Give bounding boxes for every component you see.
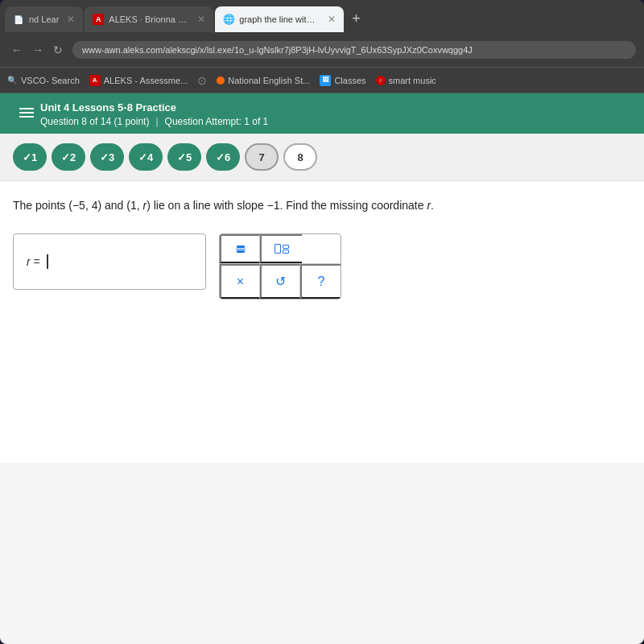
answer-input-area: r = — [27, 254, 48, 269]
q-pill-8-label: 8 — [297, 151, 303, 163]
new-tab-button[interactable]: + — [345, 7, 367, 31]
address-bar: ← → ↻ — [0, 32, 644, 68]
question-nav: ✓1 ✓2 ✓3 ✓4 ✓5 ✓6 7 8 — [0, 134, 644, 181]
question-number: Question 8 of 14 (1 point) — [40, 116, 149, 127]
keyboard-row-1 — [220, 234, 341, 264]
q-pill-7[interactable]: 7 — [245, 143, 279, 171]
question-area: The points (−5, 4) and (1, r) lie on a l… — [0, 181, 644, 463]
q-pill-3[interactable]: ✓3 — [90, 143, 124, 171]
fraction-button[interactable] — [220, 234, 260, 263]
bookmark-aleks-label: ALEKS - Assessme... — [104, 76, 188, 85]
tab-nd-learn[interactable]: 📄 nd Lear ✕ — [5, 6, 83, 32]
header-top: Unit 4 Lessons 5-8 Practice Question 8 o… — [13, 101, 631, 127]
tab-label-aleks: ALEKS · Brionna Pollock · Unit 4 — [109, 14, 189, 24]
answer-label: r = — [27, 255, 40, 268]
q-pill-4[interactable]: ✓4 — [129, 143, 163, 171]
q-pill-2-label: ✓2 — [61, 151, 76, 163]
circle-s-icon: ⊙ — [197, 74, 207, 87]
bookmark-national[interactable]: National English St... — [217, 76, 310, 85]
q-pill-2[interactable]: ✓2 — [52, 143, 85, 171]
bookmark-national-label: National English St... — [228, 76, 310, 85]
bookmark-smart-music-label: smart music — [389, 76, 436, 85]
keyboard-row-2: × ↺ ? — [220, 264, 341, 299]
bookmark-classes-label: Classes — [334, 76, 365, 85]
attempt-info: Question Attempt: 1 of 1 — [165, 116, 269, 127]
help-button[interactable]: ? — [300, 264, 341, 299]
tab-icon-aleks: A — [93, 14, 104, 25]
answer-section: r = — [13, 233, 628, 299]
vsco-icon: 🔍 — [6, 75, 18, 86]
q-pill-6[interactable]: ✓6 — [206, 143, 240, 171]
q-pill-1-label: ✓1 — [23, 151, 37, 163]
aleks-header: Unit 4 Lessons 5-8 Practice Question 8 o… — [0, 93, 644, 134]
tab-icon-google: 🌐 — [223, 14, 234, 25]
bookmark-vsco[interactable]: 🔍 VSCO- Search — [6, 75, 80, 86]
question-info: Question 8 of 14 (1 point) | Question At… — [40, 116, 268, 127]
multiply-button[interactable]: × — [220, 264, 260, 299]
bookmark-aleks[interactable]: A ALEKS - Assessme... — [89, 75, 188, 86]
fraction-icon — [236, 246, 246, 253]
tab-close-google[interactable]: ✕ — [328, 14, 336, 25]
bookmark-smart-music[interactable]: ♪ smart music — [376, 76, 436, 85]
help-icon: ? — [318, 275, 325, 289]
question-text: The points (−5, 4) and (1, r) lie on a l… — [13, 197, 628, 214]
smart-music-icon: ♪ — [376, 76, 386, 85]
unit-title: Unit 4 Lessons 5-8 Practice — [40, 101, 268, 114]
forward-button[interactable]: → — [29, 42, 47, 58]
tab-aleks[interactable]: A ALEKS · Brionna Pollock · Unit 4 ✕ — [85, 6, 213, 32]
q-pill-1[interactable]: ✓1 — [13, 143, 47, 171]
bookmark-vsco-label: VSCO- Search — [21, 76, 80, 85]
bookmarks-bar: 🔍 VSCO- Search A ALEKS - Assessme... ⊙ N… — [0, 68, 644, 93]
answer-box[interactable]: r = — [13, 233, 206, 290]
url-bar[interactable] — [72, 41, 636, 59]
mixed-fraction-icon — [275, 244, 289, 254]
bookmark-circle-s[interactable]: ⊙ — [197, 74, 207, 87]
menu-toggle-button[interactable] — [13, 101, 40, 124]
separator: | — [155, 116, 158, 127]
tab-icon-nd: 📄 — [13, 14, 24, 25]
q-pill-8[interactable]: 8 — [283, 143, 317, 171]
mixed-fraction-button[interactable] — [260, 234, 302, 263]
tab-label-google: graph the line with the slope 2 & — [239, 14, 320, 24]
back-button[interactable]: ← — [8, 42, 26, 58]
q-pill-7-label: 7 — [258, 151, 264, 163]
undo-icon: ↺ — [275, 274, 286, 289]
tab-close-aleks[interactable]: ✕ — [197, 14, 205, 25]
page-content: Unit 4 Lessons 5-8 Practice Question 8 o… — [0, 93, 644, 644]
math-keyboard: × ↺ ? — [219, 233, 341, 299]
refresh-button[interactable]: ↻ — [50, 42, 66, 58]
orange-circle-icon — [217, 76, 225, 85]
tab-google[interactable]: 🌐 graph the line with the slope 2 & ✕ — [215, 6, 344, 32]
q-pill-5-label: ✓5 — [177, 151, 192, 163]
tab-bar: 📄 nd Lear ✕ A ALEKS · Brionna Pollock · … — [0, 0, 644, 32]
nav-buttons: ← → ↻ — [8, 42, 66, 58]
browser-window: 📄 nd Lear ✕ A ALEKS · Brionna Pollock · … — [0, 0, 644, 644]
q-pill-3-label: ✓3 — [100, 151, 114, 163]
q-pill-4-label: ✓4 — [138, 151, 153, 163]
tab-close-nd[interactable]: ✕ — [67, 14, 75, 25]
undo-button[interactable]: ↺ — [260, 264, 300, 299]
classes-icon: 🖼 — [320, 75, 331, 86]
q-pill-6-label: ✓6 — [216, 151, 230, 163]
bookmark-classes[interactable]: 🖼 Classes — [320, 75, 365, 86]
multiply-icon: × — [237, 275, 244, 289]
input-cursor — [47, 254, 48, 269]
tab-label-nd: nd Lear — [29, 14, 59, 24]
hamburger-icon — [19, 108, 34, 118]
q-pill-5[interactable]: ✓5 — [167, 143, 201, 171]
aleks-bm-icon: A — [89, 75, 101, 86]
